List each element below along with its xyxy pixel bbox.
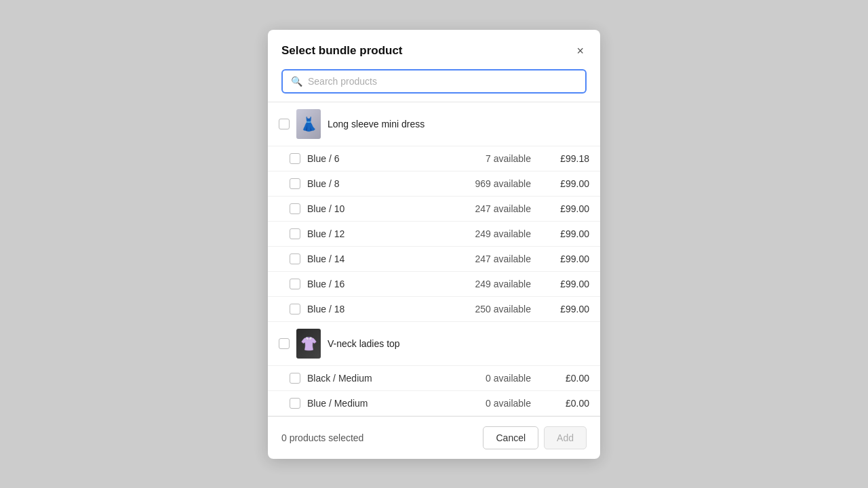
modal-footer: 0 products selected Cancel Add bbox=[268, 416, 600, 459]
variant-p2-1-checkbox[interactable] bbox=[290, 373, 300, 384]
variant-p2-2-name: Blue / Medium bbox=[307, 398, 456, 409]
close-button[interactable]: × bbox=[574, 43, 587, 58]
variant-p1-6-price: £99.00 bbox=[549, 279, 589, 289]
selected-count: 0 products selected bbox=[281, 432, 363, 443]
variant-p1-5-name: Blue / 14 bbox=[307, 253, 456, 264]
variant-row: Blue / 6 7 available £99.18 bbox=[268, 146, 600, 171]
modal-title: Select bundle product bbox=[281, 44, 403, 58]
variant-p1-2-price: £99.00 bbox=[549, 178, 589, 189]
add-button[interactable]: Add bbox=[544, 426, 587, 449]
variant-row: Blue / 8 969 available £99.00 bbox=[268, 171, 600, 197]
variant-row: Blue / 10 247 available £99.00 bbox=[268, 197, 600, 222]
variant-p2-1-available: 0 available bbox=[463, 373, 531, 384]
variant-p1-5-available: 247 available bbox=[463, 253, 531, 264]
variant-p1-4-price: £99.00 bbox=[549, 228, 589, 239]
variant-p1-2-name: Blue / 8 bbox=[307, 178, 456, 189]
product-1-thumb: 👗 bbox=[296, 109, 321, 139]
product-group-2: 👚 V-neck ladies top bbox=[268, 322, 600, 366]
variant-p2-1-price: £0.00 bbox=[549, 373, 589, 384]
cancel-button[interactable]: Cancel bbox=[483, 426, 538, 449]
variant-row: Blue / 18 250 available £99.00 bbox=[268, 297, 600, 322]
product-list: 👗 Long sleeve mini dress Blue / 6 7 avai… bbox=[268, 102, 600, 416]
variant-p1-6-available: 249 available bbox=[463, 279, 531, 289]
variant-p1-3-checkbox[interactable] bbox=[290, 203, 300, 214]
product-group-1: 👗 Long sleeve mini dress bbox=[268, 102, 600, 146]
product-2-checkbox[interactable] bbox=[279, 338, 290, 349]
modal-header: Select bundle product × bbox=[268, 30, 600, 69]
variant-p1-3-price: £99.00 bbox=[549, 203, 589, 214]
variant-row: Black / Medium 0 available £0.00 bbox=[268, 366, 600, 391]
variant-p1-3-available: 247 available bbox=[463, 203, 531, 214]
variant-p1-1-available: 7 available bbox=[463, 153, 531, 164]
variant-p1-1-checkbox[interactable] bbox=[290, 153, 300, 164]
search-container: 🔍 bbox=[268, 69, 600, 102]
search-wrapper: 🔍 bbox=[281, 69, 587, 94]
variant-p1-4-available: 249 available bbox=[463, 228, 531, 239]
select-bundle-modal: Select bundle product × 🔍 👗 Long sleeve … bbox=[268, 30, 600, 459]
variant-p2-2-available: 0 available bbox=[463, 398, 531, 409]
variant-p1-4-checkbox[interactable] bbox=[290, 228, 300, 239]
variant-p1-7-price: £99.00 bbox=[549, 304, 589, 314]
variant-p1-3-name: Blue / 10 bbox=[307, 203, 456, 214]
product-2-thumb: 👚 bbox=[296, 329, 321, 359]
variant-p2-1-name: Black / Medium bbox=[307, 373, 456, 384]
product-2-name: V-neck ladies top bbox=[328, 338, 589, 349]
variant-p1-4-name: Blue / 12 bbox=[307, 228, 456, 239]
variant-p1-2-checkbox[interactable] bbox=[290, 178, 300, 189]
product-1-name: Long sleeve mini dress bbox=[328, 119, 589, 129]
variant-p1-6-checkbox[interactable] bbox=[290, 279, 300, 289]
variant-p1-7-checkbox[interactable] bbox=[290, 304, 300, 314]
variant-p1-2-available: 969 available bbox=[463, 178, 531, 189]
variant-p1-7-name: Blue / 18 bbox=[307, 304, 456, 314]
search-input[interactable] bbox=[308, 76, 577, 87]
variant-p1-1-name: Blue / 6 bbox=[307, 153, 456, 164]
search-icon: 🔍 bbox=[291, 76, 302, 87]
variant-row: Blue / 14 247 available £99.00 bbox=[268, 247, 600, 272]
variant-p1-7-available: 250 available bbox=[463, 304, 531, 314]
variant-p1-6-name: Blue / 16 bbox=[307, 279, 456, 289]
variant-row: Blue / 16 249 available £99.00 bbox=[268, 272, 600, 297]
variant-p1-1-price: £99.18 bbox=[549, 153, 589, 164]
footer-buttons: Cancel Add bbox=[483, 426, 587, 449]
product-1-checkbox[interactable] bbox=[279, 119, 290, 129]
variant-row: Blue / 12 249 available £99.00 bbox=[268, 222, 600, 247]
variant-p1-5-checkbox[interactable] bbox=[290, 253, 300, 264]
modal-backdrop: Select bundle product × 🔍 👗 Long sleeve … bbox=[0, 0, 868, 488]
variant-p2-2-price: £0.00 bbox=[549, 398, 589, 409]
variant-p2-2-checkbox[interactable] bbox=[290, 398, 300, 409]
variant-p1-5-price: £99.00 bbox=[549, 253, 589, 264]
variant-row: Blue / Medium 0 available £0.00 bbox=[268, 391, 600, 416]
